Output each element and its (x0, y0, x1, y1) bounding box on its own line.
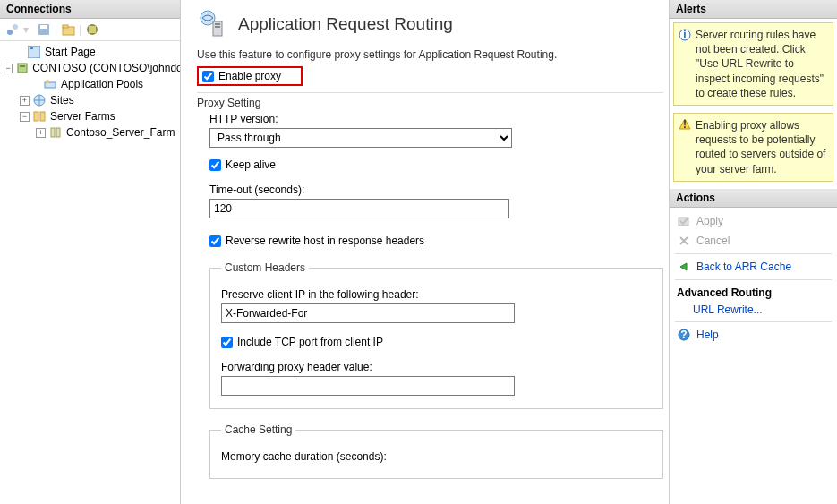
page-description: Use this feature to configure proxy sett… (197, 48, 653, 61)
reverse-rewrite-label: Reverse rewrite host in response headers (226, 235, 424, 247)
svg-rect-9 (30, 47, 33, 49)
fwd-proxy-label: Forwarding proxy header value: (221, 361, 652, 373)
app-pools-icon (43, 77, 57, 91)
connections-title: Connections (0, 0, 180, 19)
back-label: Back to ARR Cache (696, 261, 791, 273)
alert-warn: ! Enabling proxy allows requests to be p… (673, 113, 833, 182)
svg-text:?: ? (680, 329, 687, 341)
enable-proxy-input[interactable] (202, 71, 214, 82)
gear-icon[interactable] (83, 21, 101, 38)
tree-app-pools-label: Application Pools (61, 78, 143, 90)
url-rewrite-label: URL Rewrite... (693, 303, 763, 316)
include-tcp-label: Include TCP port from client IP (237, 336, 383, 348)
svg-rect-15 (34, 112, 38, 121)
custom-headers-group: Custom Headers Preserve client IP in the… (209, 261, 663, 409)
sites-icon (32, 93, 47, 107)
proxy-setting-heading: Proxy Setting (197, 97, 663, 109)
alert-info: i Server routing rules have not been cre… (673, 22, 833, 106)
svg-text:!: ! (683, 118, 687, 131)
timeout-input[interactable] (209, 199, 509, 218)
tree-server-label: CONTOSO (CONTOSO\johndoe) (32, 62, 180, 74)
help-icon: ? (677, 328, 691, 342)
advanced-routing-heading: Advanced Routing (671, 283, 835, 301)
arr-icon (197, 9, 227, 39)
alert-info-text: Server routing rules have not been creat… (696, 29, 824, 99)
svg-point-0 (7, 30, 13, 35)
svg-text:i: i (683, 29, 686, 41)
back-arrow-icon (677, 260, 691, 274)
svg-point-1 (13, 24, 18, 30)
tree-contoso-farm[interactable]: + Contoso_Server_Farm (0, 124, 180, 141)
svg-rect-21 (215, 23, 220, 25)
expand-icon[interactable]: + (20, 96, 30, 106)
connect-icon[interactable] (4, 21, 21, 38)
connections-panel: Connections ▾ | | Start Page − CONTOSO (… (0, 0, 181, 504)
page-title: Application Request Routing (238, 14, 453, 34)
reverse-rewrite-input[interactable] (209, 235, 221, 247)
apply-action: Apply (671, 211, 835, 231)
svg-rect-18 (56, 128, 60, 137)
tree-server-farms[interactable]: − Server Farms (0, 108, 180, 124)
folder-icon[interactable] (59, 21, 77, 38)
svg-rect-10 (18, 64, 27, 73)
custom-headers-legend: Custom Headers (221, 261, 309, 274)
fwd-proxy-input[interactable] (221, 376, 515, 396)
tree-sites[interactable]: + Sites (0, 92, 180, 108)
tree-start-page[interactable]: Start Page (0, 44, 180, 60)
right-panel: Alerts i Server routing rules have not b… (669, 0, 837, 504)
tree-server-farms-label: Server Farms (50, 110, 115, 123)
connections-toolbar: ▾ | | (0, 19, 180, 41)
svg-rect-11 (20, 65, 25, 67)
connections-tree: Start Page − CONTOSO (CONTOSO\johndoe) A… (0, 41, 180, 143)
svg-rect-7 (89, 26, 96, 33)
timeout-label: Time-out (seconds): (209, 184, 663, 196)
alerts-title: Alerts (670, 0, 837, 19)
preserve-ip-input[interactable] (221, 303, 515, 323)
cancel-action: Cancel (671, 231, 835, 251)
apply-icon (677, 214, 691, 228)
cache-setting-group: Cache Setting Memory cache duration (sec… (209, 423, 663, 479)
http-version-select[interactable]: Pass through (209, 128, 512, 148)
svg-rect-12 (45, 82, 56, 88)
svg-rect-3 (40, 25, 47, 29)
enable-proxy-label: Enable proxy (218, 70, 281, 82)
info-icon: i (678, 28, 691, 41)
tree-app-pools[interactable]: Application Pools (0, 76, 180, 92)
preserve-ip-label: Preserve client IP in the following head… (221, 288, 652, 301)
mem-cache-label: Memory cache duration (seconds): (221, 450, 652, 463)
start-page-icon (27, 45, 41, 59)
svg-rect-5 (63, 25, 68, 28)
help-label: Help (696, 329, 719, 341)
enable-proxy-checkbox[interactable]: Enable proxy (202, 70, 281, 82)
http-version-label: HTTP version: (209, 113, 663, 125)
tree-start-page-label: Start Page (45, 46, 96, 58)
cancel-icon (677, 234, 691, 248)
keep-alive-input[interactable] (209, 159, 221, 171)
svg-rect-17 (51, 128, 55, 137)
url-rewrite-action[interactable]: URL Rewrite... (671, 301, 835, 319)
expand-icon[interactable]: + (36, 128, 46, 138)
farm-icon (48, 125, 63, 140)
include-tcp-input[interactable] (221, 337, 233, 348)
server-icon (15, 61, 29, 75)
actions-title: Actions (670, 189, 837, 208)
reverse-rewrite-checkbox[interactable]: Reverse rewrite host in response headers (209, 235, 663, 247)
tree-server[interactable]: − CONTOSO (CONTOSO\johndoe) (0, 60, 180, 76)
server-farms-icon (32, 109, 47, 124)
back-arr-cache-action[interactable]: Back to ARR Cache (671, 257, 835, 277)
help-action[interactable]: ? Help (671, 325, 835, 345)
svg-point-13 (46, 80, 49, 83)
cancel-label: Cancel (696, 235, 730, 247)
include-tcp-checkbox[interactable]: Include TCP port from client IP (221, 336, 652, 348)
apply-label: Apply (696, 215, 723, 227)
actions-list: Apply Cancel Back to ARR Cache Advanced … (670, 208, 837, 348)
settings-scroll[interactable]: Enable proxy Proxy Setting HTTP version:… (197, 66, 667, 504)
tree-sites-label: Sites (50, 94, 74, 107)
alert-warn-text: Enabling proxy allows requests to be pot… (696, 119, 825, 175)
keep-alive-checkbox[interactable]: Keep alive (209, 158, 663, 171)
svg-rect-22 (215, 26, 220, 28)
collapse-icon[interactable]: − (4, 64, 13, 73)
collapse-icon[interactable]: − (20, 112, 30, 122)
main-content: Application Request Routing Use this fea… (181, 0, 669, 504)
save-icon[interactable] (35, 21, 53, 38)
